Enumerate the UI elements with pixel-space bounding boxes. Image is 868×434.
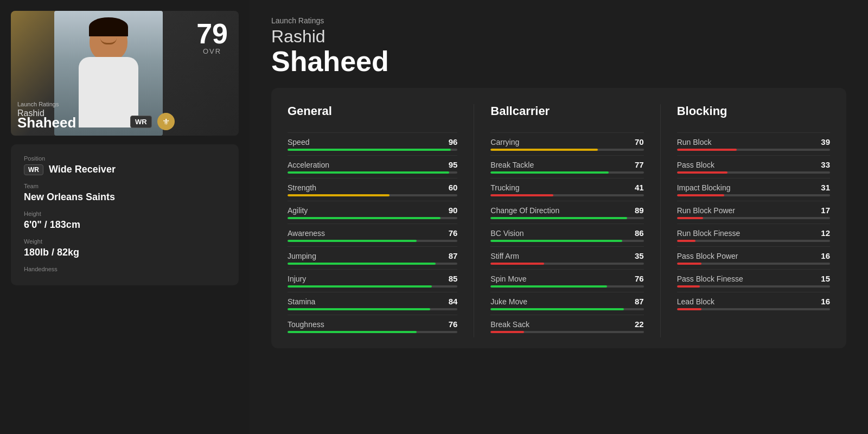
stat-name: BC Vision [490,229,524,238]
player-first-name-header: Rashid [271,27,846,46]
stat-bar [490,308,643,310]
stat-bar [288,285,457,288]
stat-name: Jumping [288,252,316,260]
stat-row: Run Block Power17 [677,201,830,224]
stat-bar [490,263,643,265]
stat-name: Spin Move [490,275,526,283]
stat-row: Stiff Arm35 [490,246,643,269]
stat-name: Impact Blocking [677,183,731,192]
general-stats-list: Speed96Acceleration95Strength60Agility90… [288,132,457,337]
ballcarrier-stats-list: Carrying70Break Tackle77Trucking41Change… [490,132,643,337]
stat-bar [490,171,643,174]
stat-value: 39 [821,137,830,146]
handedness-label: Handedness [24,266,226,272]
stat-value: 85 [449,274,458,283]
stat-row: Run Block39 [677,132,830,155]
stat-bar-fill [288,308,430,310]
stat-bar [677,308,830,310]
stat-bar-fill [677,240,695,242]
weight-value: 180lb / 82kg [24,247,226,258]
stat-row: Stamina84 [288,292,457,315]
stat-name: Toughness [288,320,324,329]
stat-bar [288,194,457,196]
handedness-row: Handedness [24,266,226,275]
stat-bar [677,217,830,219]
height-value: 6'0" / 183cm [24,219,226,231]
card-last-name: Shaheed [17,114,76,131]
position-text: Wide Receiver [49,164,116,175]
stat-row: Lead Block16 [677,292,830,315]
stat-bar-fill [288,217,441,219]
stat-bar-fill [677,217,703,219]
stat-bar-fill [490,308,624,310]
stat-row: Toughness76 [288,315,457,337]
stat-name: Lead Block [677,297,714,306]
stat-bar [490,194,643,196]
stat-bar [288,263,457,265]
stat-bar-fill [677,285,700,288]
stat-value: 12 [821,228,830,238]
stat-bar [490,240,643,242]
team-label: Team [24,183,226,189]
stats-grid: General Speed96Acceleration95Strength60A… [271,88,846,348]
blocking-column: Blocking Run Block39Pass Block33Impact B… [660,104,830,337]
player-last-name-header: Shaheed [271,46,846,77]
stat-row: Agility90 [288,201,457,224]
stat-value: 76 [635,274,644,283]
stat-name: Run Block Finesse [677,229,741,238]
stat-value: 84 [449,297,458,306]
stat-bar-fill [490,171,608,174]
stat-row: Pass Block Power16 [677,246,830,269]
stat-bar-fill [490,149,598,151]
stat-bar-fill [677,263,701,265]
card-badges: WR ⚜ [130,113,175,130]
stat-value: 90 [449,206,458,215]
stat-bar-fill [288,331,417,333]
stat-bar [288,217,457,219]
blocking-header: Blocking [677,104,830,123]
stat-value: 16 [821,251,830,260]
stat-bar [490,285,643,288]
stat-bar-fill [490,194,553,196]
player-card: 79 OVR Launch Ratings Rashid Shaheed WR … [11,11,239,136]
right-panel: Launch Ratings Rashid Shaheed General Sp… [250,0,868,434]
ovr-number: 79 [196,20,228,48]
stat-row: Break Sack22 [490,315,643,337]
stat-bar [288,149,457,151]
stat-value: 96 [449,137,458,146]
stat-value: 87 [635,297,644,306]
position-badge: WR [24,164,43,175]
stat-bar [677,171,830,174]
stat-value: 70 [635,137,644,146]
stat-name: Run Block Power [677,206,735,215]
stat-name: Strength [288,183,316,192]
team-row: Team New Orleans Saints [24,183,226,203]
stat-value: 95 [449,160,458,169]
stat-row: Spin Move76 [490,269,643,292]
height-label: Height [24,210,226,217]
stat-name: Stiff Arm [490,252,519,260]
stat-value: 87 [449,251,458,260]
stat-name: Speed [288,138,309,146]
stat-bar-fill [288,171,449,174]
stat-row: Pass Block Finesse15 [677,269,830,292]
stat-bar [490,217,643,219]
stat-name: Awareness [288,229,325,238]
stat-bar [677,149,830,151]
stat-bar-fill [288,149,451,151]
stat-bar-fill [490,331,524,333]
stat-value: 89 [635,206,644,215]
stat-name: Juke Move [490,297,527,306]
stat-bar-fill [490,217,627,219]
stat-row: Awareness76 [288,224,457,246]
info-card: Position WR Wide Receiver Team New Orlea… [11,144,239,285]
stat-name: Acceleration [288,161,329,169]
stat-value: 76 [449,320,458,329]
stat-name: Carrying [490,138,519,146]
stat-row: Trucking41 [490,178,643,201]
stat-value: 33 [821,160,830,169]
stat-bar [288,171,457,174]
stat-name: Change Of Direction [490,206,559,215]
stat-name: Break Tackle [490,161,534,169]
position-badge-card: WR [130,116,152,128]
